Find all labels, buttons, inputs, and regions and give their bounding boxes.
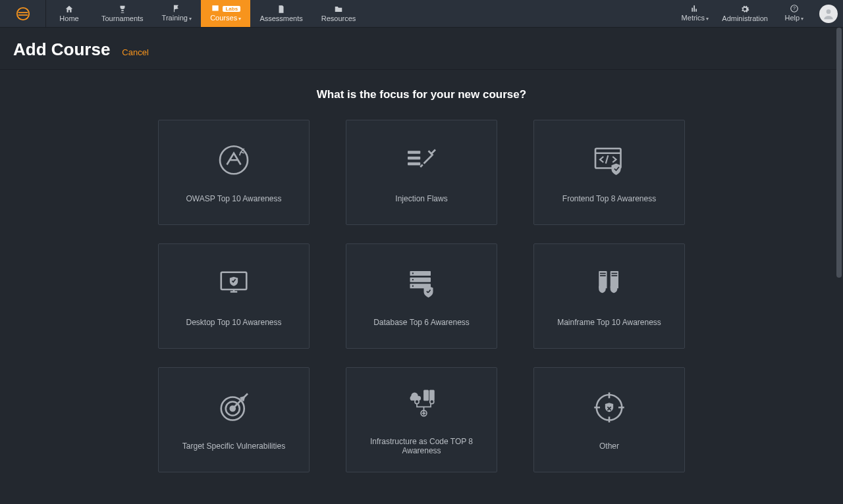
main-content: What is the focus for your new course? O… xyxy=(0,70,843,504)
scrollbar[interactable] xyxy=(836,28,842,504)
nav-item-training[interactable]: Training xyxy=(153,0,202,27)
nav-label: Resources xyxy=(321,14,356,22)
nav-label: Home xyxy=(59,14,78,22)
card-owasp[interactable]: OWASP Top 10 Awareness xyxy=(158,120,310,225)
svg-point-15 xyxy=(412,286,414,287)
folder-icon xyxy=(334,5,343,14)
nav-item-administration[interactable]: Administration xyxy=(715,0,775,27)
target-icon xyxy=(214,389,254,428)
card-injection[interactable]: Injection Flaws xyxy=(346,120,497,225)
nav-item-courses[interactable]: Labs Courses xyxy=(201,0,250,27)
monitor-shield-icon xyxy=(214,265,254,305)
course-focus-grid: OWASP Top 10 Awareness Injection Flaws xyxy=(158,120,685,472)
svg-point-0 xyxy=(16,7,28,19)
server-shield-icon xyxy=(402,265,441,305)
wasp-circle-icon xyxy=(214,141,254,181)
svg-rect-21 xyxy=(612,275,618,276)
nav-item-assessments[interactable]: Assessments xyxy=(250,0,312,27)
help-icon: ? xyxy=(790,4,799,13)
card-label: Infrastructure as Code TOP 8 Awareness xyxy=(346,437,497,455)
card-label: Mainframe Top 10 Awareness xyxy=(552,318,666,327)
avatar-icon xyxy=(819,5,838,23)
card-iac[interactable]: Infrastructure as Code TOP 8 Awareness xyxy=(346,367,497,472)
card-label: Other xyxy=(594,441,624,451)
flag-icon xyxy=(172,4,181,13)
code-window-shield-icon xyxy=(589,141,629,181)
crosshair-shield-icon xyxy=(589,389,629,428)
card-label: Database Top 6 Awareness xyxy=(368,318,475,327)
svg-point-28 xyxy=(430,399,434,403)
svg-rect-18 xyxy=(600,273,606,274)
svg-point-25 xyxy=(415,399,419,403)
mainframe-shield-icon xyxy=(589,265,629,305)
nav-label: Tournaments xyxy=(101,14,144,22)
card-label: Injection Flaws xyxy=(390,194,452,203)
scrollbar-thumb[interactable] xyxy=(836,28,842,278)
trophy-icon xyxy=(118,5,127,14)
nav-item-resources[interactable]: Resources xyxy=(312,0,366,27)
card-target[interactable]: Target Specific Vulnerabilities xyxy=(158,367,310,472)
home-icon xyxy=(65,5,74,14)
card-label: Desktop Top 10 Awareness xyxy=(181,318,287,327)
brand-logo[interactable] xyxy=(0,0,46,27)
book-icon xyxy=(211,4,220,13)
svg-point-3 xyxy=(827,9,831,14)
card-database[interactable]: Database Top 6 Awareness xyxy=(346,243,497,349)
page-title: Add Course xyxy=(13,39,110,60)
card-desktop[interactable]: Desktop Top 10 Awareness xyxy=(158,243,310,349)
svg-rect-19 xyxy=(600,275,606,276)
page-header: Add Course Cancel xyxy=(0,28,843,70)
svg-text:?: ? xyxy=(793,6,796,11)
svg-rect-7 xyxy=(408,163,420,165)
nav-right: Metrics Administration ? Help xyxy=(675,0,843,27)
chart-icon xyxy=(690,4,699,13)
cloud-infra-icon xyxy=(402,384,441,424)
nav-label: Help xyxy=(785,14,804,23)
svg-rect-20 xyxy=(612,273,618,274)
nav-item-home[interactable]: Home xyxy=(46,0,92,27)
nav-label: Courses xyxy=(210,14,241,23)
document-icon xyxy=(277,5,286,14)
gear-icon xyxy=(740,5,749,14)
shield-logo-icon xyxy=(16,7,30,21)
svg-rect-6 xyxy=(408,157,420,159)
svg-rect-26 xyxy=(424,390,429,401)
card-other[interactable]: Other xyxy=(533,367,685,472)
card-frontend[interactable]: Frontend Top 8 Awareness xyxy=(533,120,685,225)
cancel-link[interactable]: Cancel xyxy=(122,47,148,57)
nav-label: Metrics xyxy=(682,14,709,23)
nav-item-help[interactable]: ? Help xyxy=(775,0,814,27)
svg-point-13 xyxy=(412,272,414,274)
focus-prompt: What is the focus for your new course? xyxy=(0,88,843,101)
card-label: OWASP Top 10 Awareness xyxy=(181,194,287,203)
svg-rect-5 xyxy=(408,151,420,153)
card-mainframe[interactable]: Mainframe Top 10 Awareness xyxy=(533,243,685,349)
nav-item-metrics[interactable]: Metrics xyxy=(675,0,716,27)
nav-item-tournaments[interactable]: Tournaments xyxy=(92,0,153,27)
nav-left: Home Tournaments Training Labs Courses A… xyxy=(46,0,365,27)
injection-icon xyxy=(402,141,441,181)
nav-label: Administration xyxy=(722,14,768,22)
nav-label: Training xyxy=(162,14,192,23)
svg-point-14 xyxy=(412,279,414,280)
card-label: Target Specific Vulnerabilities xyxy=(177,441,290,451)
card-label: Frontend Top 8 Awareness xyxy=(557,194,661,203)
nav-label: Assessments xyxy=(259,14,302,22)
labs-badge: Labs xyxy=(223,6,240,12)
top-nav: Home Tournaments Training Labs Courses A… xyxy=(0,0,843,28)
svg-rect-27 xyxy=(429,390,434,401)
user-avatar[interactable] xyxy=(814,0,843,27)
